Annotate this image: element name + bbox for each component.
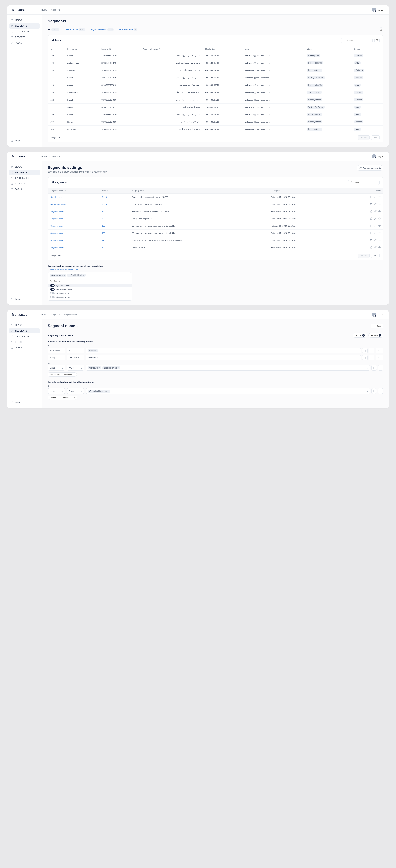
multiselect-option[interactable]: Segment Name <box>50 295 130 299</box>
tab-all[interactable]: All10,000 <box>48 27 59 32</box>
nav-segments[interactable]: SEGMENTS <box>9 23 40 29</box>
view-button[interactable] <box>378 246 381 249</box>
nav-calculator[interactable]: CALCULATOR <box>9 334 40 339</box>
value-chip[interactable]: Waiting For Documents× <box>88 390 111 393</box>
segment-link[interactable]: UnQualified leads <box>50 203 66 205</box>
nav-segments[interactable]: SEGMENTS <box>9 170 40 175</box>
crumb-segments[interactable]: Segments <box>52 9 60 11</box>
crumb-home[interactable]: HOME <box>41 155 47 157</box>
filter-button[interactable] <box>374 38 380 43</box>
nav-leads[interactable]: LEADS <box>9 322 40 328</box>
value-input[interactable]: Military× ⌄ <box>86 348 361 353</box>
toggle[interactable] <box>50 292 55 294</box>
delete-button[interactable] <box>370 246 372 249</box>
nav-calculator[interactable]: CALCULATOR <box>9 29 40 34</box>
crumb-segments[interactable]: Segments <box>52 155 60 157</box>
table-row[interactable]: Segment name 200 DesignPeer employees Fe… <box>48 215 383 222</box>
segment-link[interactable]: Segment name <box>50 218 64 220</box>
logout-button[interactable]: Logout <box>9 400 40 405</box>
include-button[interactable]: Include+ <box>353 333 367 338</box>
prev-button[interactable]: Previous <box>358 254 370 258</box>
delete-condition[interactable] <box>362 355 368 361</box>
delete-condition[interactable] <box>362 348 368 353</box>
nav-calculator[interactable]: CALCULATOR <box>9 176 40 181</box>
table-row[interactable]: Segment name 150 35 years old, they have… <box>48 222 383 229</box>
multiselect-option[interactable]: Qualified Leads <box>48 284 132 287</box>
view-button[interactable] <box>378 239 381 242</box>
remove-icon[interactable]: × <box>64 274 65 276</box>
view-button[interactable] <box>378 224 381 227</box>
include-set-button[interactable]: Include a set of conditions+ <box>48 372 77 377</box>
col-status[interactable]: Status <box>305 46 352 52</box>
operator-select[interactable]: Is⌄ <box>67 348 84 353</box>
crumb-segment-name[interactable]: Segment name <box>64 314 78 316</box>
remove-icon[interactable]: × <box>118 367 119 369</box>
operator-select[interactable]: More than >⌄ <box>67 355 84 361</box>
drag-handle[interactable]: ⋮⋮ <box>378 365 384 371</box>
view-button[interactable] <box>378 196 381 198</box>
view-button[interactable] <box>378 217 381 220</box>
add-segment-button[interactable]: + Add a new segments <box>357 165 384 170</box>
value-chip[interactable]: Not Answer× <box>88 366 101 369</box>
col-targetgroups[interactable]: Target groups <box>129 188 269 193</box>
col-leads[interactable]: leads <box>99 188 129 193</box>
search-input[interactable] <box>348 180 380 185</box>
table-row[interactable]: Segment name 120 35 years old, they have… <box>48 229 383 237</box>
next-button[interactable]: Next <box>371 254 380 258</box>
value-input[interactable]: Waiting For Documents× ⌄ <box>86 388 370 394</box>
operator-select[interactable]: Any of⌄ <box>67 388 84 394</box>
search-field[interactable] <box>354 181 377 183</box>
view-button[interactable] <box>378 203 381 206</box>
multiselect-option[interactable]: UnQualified Leads <box>50 287 130 291</box>
selected-chip[interactable]: UnQualified leads× <box>67 274 86 277</box>
table-row[interactable]: 116 Ahmed 32966533107019 احمد عبدالرحيم … <box>48 82 383 89</box>
nav-tasks[interactable]: TASKS <box>9 187 40 192</box>
nav-leads[interactable]: LEADS <box>9 18 40 23</box>
delete-button[interactable] <box>370 210 372 213</box>
nav-leads[interactable]: LEADS <box>9 164 40 169</box>
edit-button[interactable] <box>374 210 376 213</box>
delete-button[interactable] <box>370 239 372 242</box>
operator-select[interactable]: Any of⌄ <box>67 365 84 371</box>
nav-tasks[interactable]: TASKS <box>9 345 40 350</box>
col-mobile[interactable]: Mobile Number <box>203 46 242 52</box>
language-switch[interactable]: العربية <box>378 9 384 11</box>
chevron-down-icon[interactable]: ⌄ <box>128 274 130 277</box>
language-switch[interactable]: العربية <box>378 155 384 158</box>
value-input[interactable]: Not Answer× Needs Follow Up× ⌄ <box>86 365 370 371</box>
multiselect-search-field[interactable] <box>53 280 130 282</box>
col-nationalid[interactable]: National ID <box>99 46 141 52</box>
table-row[interactable]: 115 Abdelbaseet 32966533107019 ...عبدالب… <box>48 89 383 96</box>
edit-button[interactable] <box>77 324 80 328</box>
edit-button[interactable] <box>374 196 376 198</box>
crumb-home[interactable]: HOME <box>41 9 47 11</box>
drag-handle[interactable]: ⋮⋮ <box>378 388 384 394</box>
logout-button[interactable]: Logout <box>9 138 40 144</box>
delete-button[interactable] <box>370 231 372 235</box>
back-button[interactable]: ← Back <box>371 323 384 328</box>
table-row[interactable]: 109 Rawan 32966533107019 روان علي بن احم… <box>48 118 383 126</box>
categories-multiselect[interactable]: Qualified leads×UnQualified leads× ⌄ Qua… <box>48 272 132 301</box>
tab-qualified[interactable]: Qualified leads7000 <box>64 27 85 32</box>
table-row[interactable]: 118 Abdullah 32966533107019 عبدالله بن س… <box>48 67 383 74</box>
edit-button[interactable] <box>374 246 376 249</box>
toggle[interactable] <box>50 296 55 298</box>
value-input[interactable]: 22,000 SAR <box>86 355 361 361</box>
delete-condition[interactable] <box>371 388 377 394</box>
segment-link[interactable]: Segment name <box>50 232 64 234</box>
nav-reports[interactable]: REPORTS <box>9 181 40 186</box>
delete-condition[interactable] <box>371 365 377 371</box>
edit-button[interactable] <box>374 231 376 235</box>
field-select[interactable]: Status⌄ <box>48 388 65 394</box>
table-row[interactable]: 117 Fahad 32966533107019 فهد بن سعيد بن … <box>48 74 383 82</box>
drag-handle[interactable]: ⋮⋮ <box>369 355 374 361</box>
language-switch[interactable]: العربية <box>378 313 384 316</box>
table-row[interactable]: 111 Sauod 32966533107019 سعود العلي احمد… <box>48 103 383 111</box>
table-row[interactable]: Segment name 110 Military personnel, age… <box>48 237 383 244</box>
segment-link[interactable]: Segment name <box>50 246 64 248</box>
value-chip[interactable]: Needs Follow Up× <box>102 366 120 369</box>
value-chip[interactable]: Military× <box>88 349 98 352</box>
view-button[interactable] <box>378 210 381 213</box>
table-row[interactable]: UnQualified leads 2,999 Leads of January… <box>48 201 383 208</box>
table-row[interactable]: Qualified leads 7,000 Saudi, eligible fo… <box>48 193 383 201</box>
